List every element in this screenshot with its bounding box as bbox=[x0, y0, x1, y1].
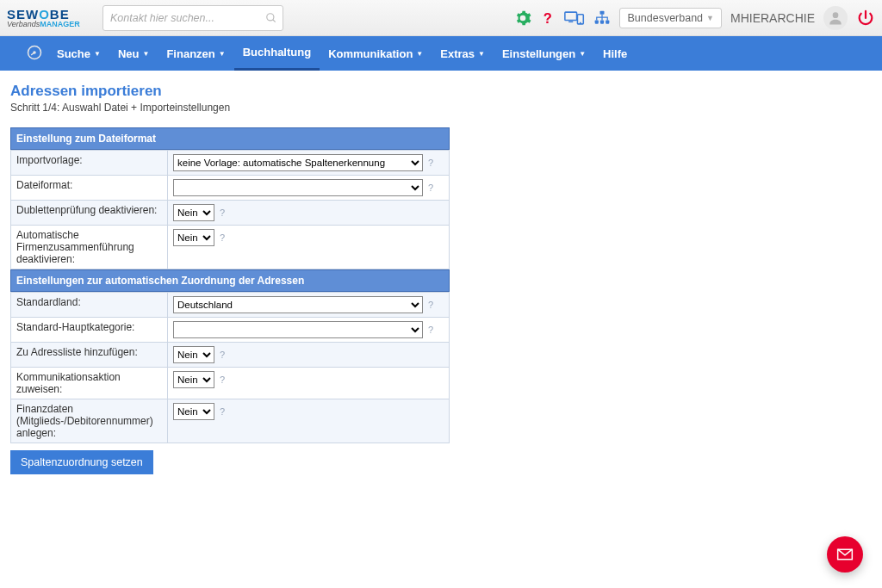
chevron-down-icon: ▼ bbox=[94, 50, 101, 58]
row-kommunikationsaktion: Kommunikationsaktion zuweisen: Nein? bbox=[11, 368, 450, 399]
help-icon[interactable]: ? bbox=[540, 9, 556, 28]
chevron-down-icon: ▼ bbox=[416, 50, 423, 58]
row-firmen: Automatische Firmenzusammenführung deakt… bbox=[11, 226, 450, 269]
row-dateiformat: Dateiformat: ? bbox=[11, 176, 450, 201]
select-dateiformat[interactable] bbox=[173, 179, 423, 196]
label: Standard-Hauptkategorie: bbox=[11, 318, 168, 343]
select-dubletten[interactable]: Nein bbox=[173, 204, 214, 221]
chevron-down-icon: ▼ bbox=[143, 50, 150, 58]
label: Dateiformat: bbox=[11, 176, 168, 201]
org-select[interactable]: Bundesverband ▼ bbox=[619, 8, 722, 28]
help-icon[interactable]: ? bbox=[220, 232, 225, 243]
nav-finanzen[interactable]: Finanzen▼ bbox=[158, 36, 233, 71]
svg-point-13 bbox=[34, 52, 35, 53]
devices-icon[interactable] bbox=[564, 9, 585, 27]
topbar-right: ? Bundesverband ▼ MHIERARCHIE bbox=[514, 6, 875, 30]
select-importvorlage[interactable]: keine Vorlage: automatische Spaltenerken… bbox=[173, 154, 423, 171]
svg-rect-10 bbox=[606, 20, 610, 23]
label: Dublettenprüfung deaktivieren: bbox=[11, 201, 168, 226]
panel-header: Einstellung zum Dateiformat bbox=[10, 127, 450, 150]
row-importvorlage: Importvorlage: keine Vorlage: automatisc… bbox=[11, 151, 450, 176]
logo-subtitle: VerbandsMANAGER bbox=[7, 21, 97, 28]
label: Finanzdaten (Mitglieds-/Debitorennummer)… bbox=[11, 399, 168, 443]
select-standardland[interactable]: Deutschland bbox=[173, 296, 423, 313]
search-icon[interactable] bbox=[265, 12, 277, 27]
help-icon[interactable]: ? bbox=[428, 183, 433, 193]
select-finanzdaten[interactable]: Nein bbox=[173, 403, 214, 420]
select-kommunikationsaktion[interactable]: Nein bbox=[173, 371, 214, 388]
navbar: Suche▼ Neu▼ Finanzen▼ Buchhaltung Kommun… bbox=[0, 36, 882, 71]
search-box[interactable] bbox=[102, 5, 283, 31]
dashboard-icon[interactable] bbox=[26, 44, 43, 64]
chevron-down-icon: ▼ bbox=[219, 50, 226, 58]
label: Importvorlage: bbox=[11, 151, 168, 176]
nav-extras[interactable]: Extras▼ bbox=[432, 36, 494, 71]
main-content: Adressen importieren Schritt 1/4: Auswah… bbox=[0, 71, 882, 492]
help-icon[interactable]: ? bbox=[428, 325, 433, 335]
help-icon[interactable]: ? bbox=[220, 374, 225, 385]
chevron-down-icon: ▼ bbox=[478, 50, 485, 58]
nav-kommunikation[interactable]: Kommunikation▼ bbox=[320, 36, 432, 71]
select-adressliste[interactable]: Nein bbox=[173, 346, 214, 363]
svg-line-1 bbox=[273, 19, 276, 22]
select-firmen[interactable]: Nein bbox=[173, 229, 214, 246]
nav-hilfe[interactable]: Hilfe bbox=[594, 36, 636, 71]
page-subtitle: Schritt 1/4: Auswahl Datei + Importeinst… bbox=[10, 102, 875, 114]
svg-rect-8 bbox=[595, 20, 599, 23]
org-chart-icon[interactable] bbox=[593, 9, 611, 27]
search-input[interactable] bbox=[103, 12, 283, 24]
row-hauptkategorie: Standard-Hauptkategorie: ? bbox=[11, 318, 450, 343]
select-hauptkategorie[interactable] bbox=[173, 321, 423, 338]
label: Standardland: bbox=[11, 293, 168, 318]
svg-rect-3 bbox=[565, 12, 577, 20]
panel-file-format: Einstellung zum Dateiformat Importvorlag… bbox=[10, 127, 450, 474]
username-label: MHIERARCHIE bbox=[730, 11, 815, 25]
nav-suche[interactable]: Suche▼ bbox=[48, 36, 109, 71]
label: Zu Adressliste hinzufügen: bbox=[11, 343, 168, 368]
svg-point-0 bbox=[267, 13, 274, 20]
page-title: Adressen importieren bbox=[10, 83, 875, 100]
avatar[interactable] bbox=[823, 6, 848, 30]
help-icon[interactable]: ? bbox=[428, 158, 433, 168]
logo-title: SEWOBE bbox=[7, 8, 97, 21]
nav-buchhaltung[interactable]: Buchhaltung bbox=[234, 36, 320, 71]
svg-rect-9 bbox=[600, 20, 604, 23]
logo[interactable]: SEWOBE VerbandsMANAGER bbox=[7, 5, 97, 31]
svg-text:?: ? bbox=[543, 10, 552, 26]
row-adressliste: Zu Adressliste hinzufügen: Nein? bbox=[11, 343, 450, 368]
label: Automatische Firmenzusammenführung deakt… bbox=[11, 226, 168, 269]
row-dubletten: Dublettenprüfung deaktivieren: Nein? bbox=[11, 201, 450, 226]
svg-rect-7 bbox=[600, 10, 605, 14]
row-standardland: Standardland: Deutschland? bbox=[11, 293, 450, 318]
panel-header-2: Einstellungen zur automatischen Zuordnun… bbox=[10, 269, 450, 292]
label: Kommunikationsaktion zuweisen: bbox=[11, 368, 168, 399]
help-icon[interactable]: ? bbox=[220, 406, 225, 417]
topbar: SEWOBE VerbandsMANAGER ? Bundesverband ▼… bbox=[0, 0, 882, 36]
help-icon[interactable]: ? bbox=[220, 207, 225, 218]
row-finanzdaten: Finanzdaten (Mitglieds-/Debitorennummer)… bbox=[11, 399, 450, 443]
svg-point-11 bbox=[833, 12, 839, 18]
power-icon[interactable] bbox=[856, 9, 875, 28]
chevron-down-icon: ▼ bbox=[706, 14, 714, 22]
org-select-label: Bundesverband bbox=[627, 12, 703, 24]
nav-einstellungen[interactable]: Einstellungen▼ bbox=[494, 36, 594, 71]
gear-icon[interactable] bbox=[514, 9, 531, 27]
help-icon[interactable]: ? bbox=[220, 350, 225, 360]
chevron-down-icon: ▼ bbox=[579, 50, 586, 58]
nav-neu[interactable]: Neu▼ bbox=[109, 36, 158, 71]
help-icon[interactable]: ? bbox=[428, 300, 433, 310]
submit-button[interactable]: Spaltenzuordnung setzen bbox=[10, 450, 153, 474]
